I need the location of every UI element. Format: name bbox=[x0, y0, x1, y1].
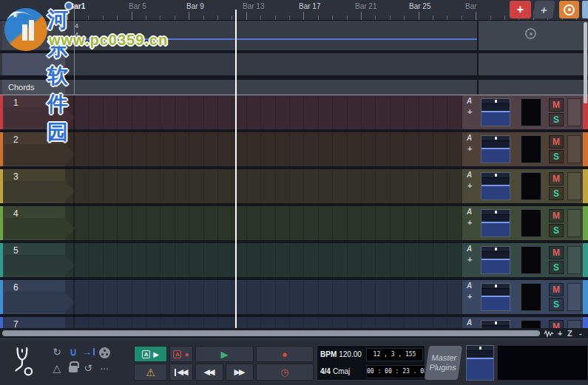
add-insert-button[interactable]: + bbox=[467, 144, 472, 153]
mute-button[interactable]: M bbox=[549, 246, 564, 259]
track-header[interactable]: 2 bbox=[3, 132, 65, 166]
track-fader[interactable] bbox=[481, 172, 510, 200]
track-fader[interactable] bbox=[481, 98, 510, 126]
horizontal-scrollbar-track[interactable]: + Z - bbox=[0, 328, 588, 338]
track-clip-arrow[interactable] bbox=[4, 181, 75, 202]
arranger-lane-header[interactable] bbox=[2, 53, 65, 75]
automation-button[interactable]: A bbox=[467, 171, 472, 179]
history-icon[interactable]: ↺ bbox=[81, 361, 95, 375]
add-track-button[interactable]: + bbox=[510, 1, 531, 18]
add-insert-button[interactable]: + bbox=[467, 181, 472, 190]
waveform-zoom-icon[interactable] bbox=[544, 330, 555, 338]
rewind-button[interactable]: ◀◀ bbox=[195, 364, 223, 381]
solo-button[interactable]: S bbox=[549, 150, 564, 163]
mute-button[interactable]: M bbox=[549, 320, 564, 328]
track-lane[interactable] bbox=[65, 280, 462, 314]
position-display[interactable]: 12 , 3 , 155 bbox=[366, 348, 423, 361]
zoom-z-button[interactable]: Z bbox=[567, 328, 572, 338]
track-clip-arrow[interactable] bbox=[4, 107, 75, 128]
monitor-knob-button[interactable] bbox=[559, 1, 579, 18]
mute-button[interactable]: M bbox=[549, 135, 564, 149]
automation-button[interactable]: A bbox=[467, 134, 472, 142]
track-extra-box[interactable] bbox=[567, 98, 581, 126]
precount-clock-button[interactable]: ◷ bbox=[256, 364, 314, 381]
midi-din-icon[interactable] bbox=[98, 346, 111, 359]
knob-icon[interactable] bbox=[525, 28, 536, 39]
record-button[interactable]: ● bbox=[256, 346, 314, 362]
track-lane[interactable] bbox=[65, 243, 462, 277]
track-fader[interactable] bbox=[481, 135, 510, 163]
bar1-marker-icon[interactable] bbox=[64, 1, 73, 10]
master-fader[interactable] bbox=[466, 345, 494, 381]
add-button[interactable]: + bbox=[533, 1, 555, 18]
mute-button[interactable]: M bbox=[549, 98, 564, 112]
track-fader[interactable] bbox=[481, 246, 510, 274]
solo-button[interactable]: S bbox=[549, 224, 564, 237]
signature-lane-header[interactable] bbox=[2, 21, 65, 50]
tempo-line[interactable] bbox=[65, 38, 477, 40]
monitor-icon[interactable] bbox=[10, 347, 36, 377]
add-insert-button[interactable]: + bbox=[467, 218, 472, 227]
fast-forward-button[interactable]: ▶▶ bbox=[226, 364, 254, 381]
add-insert-button[interactable]: + bbox=[467, 107, 472, 116]
track-fader[interactable] bbox=[481, 283, 510, 311]
track-header[interactable]: 4 bbox=[3, 206, 65, 240]
track-header[interactable]: 3 bbox=[3, 169, 65, 203]
solo-button[interactable]: S bbox=[549, 113, 564, 126]
mute-button[interactable]: M bbox=[549, 209, 564, 222]
time-display[interactable]: 00 : 00 : 23 . 080 bbox=[366, 365, 425, 378]
play-button[interactable]: ▶ bbox=[195, 346, 254, 362]
automation-button[interactable]: A bbox=[467, 282, 472, 290]
solo-button[interactable]: S bbox=[549, 298, 564, 311]
warning-button[interactable]: ⚠ bbox=[134, 364, 167, 381]
track-lane[interactable] bbox=[65, 169, 462, 203]
lock-icon[interactable] bbox=[67, 360, 80, 373]
more-icon[interactable]: ... bbox=[98, 359, 111, 372]
track-lane[interactable] bbox=[65, 317, 462, 328]
playhead[interactable] bbox=[235, 10, 237, 328]
auto-play-button[interactable]: A ▶ bbox=[134, 346, 167, 362]
autoscroll-icon[interactable]: → bbox=[81, 345, 95, 358]
track-header[interactable]: 1 bbox=[3, 95, 65, 129]
track-extra-box[interactable] bbox=[567, 320, 581, 328]
mute-button[interactable]: M bbox=[549, 172, 564, 185]
automation-button[interactable]: A bbox=[467, 97, 472, 105]
horizontal-scrollbar-thumb[interactable] bbox=[2, 330, 540, 336]
track-header[interactable]: 6 bbox=[3, 280, 65, 314]
add-insert-button[interactable]: + bbox=[467, 255, 472, 264]
panel-edge-button[interactable] bbox=[582, 1, 588, 18]
track-header[interactable]: 5 bbox=[3, 243, 65, 277]
sync-icon[interactable]: ↻ bbox=[50, 345, 64, 358]
track-lane[interactable] bbox=[65, 132, 462, 166]
zoom-in-button[interactable]: + bbox=[558, 328, 562, 338]
track-lane[interactable] bbox=[65, 95, 462, 129]
automation-button[interactable]: A bbox=[467, 208, 472, 216]
track-extra-box[interactable] bbox=[567, 172, 581, 200]
metronome-icon[interactable]: △ bbox=[50, 361, 64, 375]
zoom-out-button[interactable]: - bbox=[579, 328, 582, 338]
track-clip-arrow[interactable] bbox=[4, 292, 75, 313]
track-clip-arrow[interactable] bbox=[4, 144, 75, 165]
track-header[interactable]: 7 bbox=[3, 317, 65, 328]
master-plugins-button[interactable]: Master Plugins bbox=[425, 346, 462, 380]
return-to-zero-button[interactable]: ◀◀ bbox=[169, 364, 193, 381]
track-clip-arrow[interactable] bbox=[4, 218, 75, 239]
automation-button[interactable]: A bbox=[467, 318, 472, 327]
automation-button[interactable]: A bbox=[467, 245, 472, 253]
track-fader[interactable] bbox=[481, 320, 510, 328]
solo-button[interactable]: S bbox=[549, 261, 564, 274]
track-fader[interactable] bbox=[481, 209, 510, 237]
chords-lane-header[interactable]: Chords bbox=[2, 80, 65, 95]
track-extra-box[interactable] bbox=[567, 209, 581, 237]
mute-button[interactable]: M bbox=[549, 283, 564, 296]
add-insert-button[interactable]: + bbox=[467, 292, 472, 301]
track-clip-arrow[interactable] bbox=[4, 255, 75, 276]
track-extra-box[interactable] bbox=[567, 246, 581, 274]
solo-button[interactable]: S bbox=[549, 187, 564, 200]
bpm-display[interactable]: BPM 120.00 bbox=[317, 346, 362, 363]
auto-record-button[interactable]: A ● bbox=[169, 346, 193, 362]
timeline-ruler[interactable]: Bar 5Bar 9Bar 13Bar 17Bar 21Bar 25Bar Ba… bbox=[0, 0, 588, 21]
vertical-scrollbar[interactable] bbox=[584, 22, 587, 103]
track-lane[interactable] bbox=[65, 206, 462, 240]
track-extra-box[interactable] bbox=[567, 135, 581, 163]
